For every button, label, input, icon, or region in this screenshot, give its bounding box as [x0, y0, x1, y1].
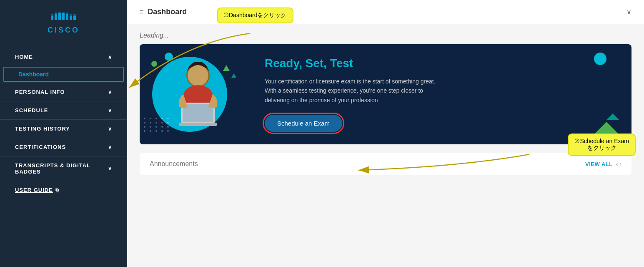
svg-rect-7 — [66, 13, 68, 14]
nav-section-certifications: CERTIFICATIONS ∨ — [0, 138, 127, 156]
nav-header-certifications[interactable]: CERTIFICATIONS ∨ — [0, 138, 127, 156]
hero-image-area — [140, 48, 256, 140]
hero-description: Your certification or licensure exam is … — [265, 77, 440, 105]
nav-header-home[interactable]: HOME ∧ — [0, 48, 127, 66]
next-arrow-icon[interactable]: › — [619, 161, 621, 167]
nav-section-testing-history: TESTING HISTORY ∨ — [0, 120, 127, 138]
leading-text: Leading... — [140, 24, 631, 44]
svg-rect-11 — [73, 14, 76, 16]
nav-section-personal-info: PERSONAL INFO ∨ — [0, 83, 127, 101]
nav-label-schedule: SCHEDULE — [15, 107, 48, 113]
view-all-link[interactable]: VIEW ALL — [585, 161, 613, 167]
hero-banner: Ready, Set, Test Your certification or l… — [140, 44, 631, 144]
hero-title: Ready, Set, Test — [265, 57, 619, 70]
cisco-logo-text: CISCO — [48, 26, 80, 35]
nav-header-transcripts[interactable]: TRANSCRIPTS & DIGITAL BADGES ∨ — [0, 156, 127, 181]
svg-rect-2 — [55, 14, 57, 20]
nav-section-transcripts: TRANSCRIPTS & DIGITAL BADGES ∨ — [0, 156, 127, 181]
annotation-tooltip-2: ②Schedule an Examをクリック — [568, 134, 636, 156]
content-area: Leading... — [127, 24, 644, 267]
svg-rect-6 — [66, 14, 68, 20]
nav-label-certifications: CERTIFICATIONS — [15, 144, 66, 150]
chevron-personal-info-icon: ∨ — [108, 89, 112, 95]
announcements-section: Announcements VIEW ALL ‹ › — [140, 153, 631, 175]
nav-arrows: ‹ › — [616, 161, 621, 167]
svg-rect-0 — [51, 16, 53, 20]
svg-rect-15 — [179, 123, 217, 126]
nav-label-testing-history: TESTING HISTORY — [15, 126, 70, 132]
hero-content: Ready, Set, Test Your certification or l… — [256, 44, 631, 144]
hamburger-icon[interactable]: ≡ — [140, 8, 143, 16]
nav-header-testing-history[interactable]: TESTING HISTORY ∨ — [0, 120, 127, 138]
sidebar-item-dashboard[interactable]: Dashboard — [3, 67, 124, 82]
svg-point-13 — [188, 65, 208, 86]
announcements-right: VIEW ALL ‹ › — [585, 161, 621, 167]
logo-area: CISCO — [0, 0, 127, 44]
cisco-logo: CISCO — [48, 12, 80, 35]
chevron-testing-history-icon: ∨ — [108, 126, 112, 132]
nav-label-transcripts: TRANSCRIPTS & DIGITAL BADGES — [15, 162, 108, 175]
header-left: ≡ Dashboard — [140, 8, 187, 16]
nav-header-personal-info[interactable]: PERSONAL INFO ∨ — [0, 83, 127, 101]
svg-rect-8 — [70, 16, 72, 20]
header-right: ∨ — [626, 8, 631, 16]
svg-rect-1 — [51, 14, 53, 16]
page-title: Dashboard — [148, 8, 187, 16]
sidebar-navigation: HOME ∧ Dashboard PERSONAL INFO ∨ SCHEDUL… — [0, 44, 127, 267]
dashboard-label: Dashboard — [18, 71, 49, 78]
chevron-transcripts-icon: ∨ — [108, 166, 112, 171]
prev-arrow-icon[interactable]: ‹ — [616, 161, 618, 167]
announcements-title: Announcements — [150, 160, 198, 168]
cisco-icon — [51, 12, 76, 24]
user-guide-link[interactable]: USER GUIDE ⧉ — [0, 181, 127, 199]
chevron-home-icon: ∧ — [108, 54, 112, 60]
chevron-certifications-icon: ∨ — [108, 144, 112, 150]
nav-section-home: HOME ∧ Dashboard — [0, 48, 127, 83]
svg-rect-4 — [58, 13, 61, 20]
user-guide-label: USER GUIDE — [15, 187, 53, 193]
annotation-text-1: ①Dashboardをクリック — [223, 12, 287, 18]
svg-rect-3 — [55, 13, 57, 14]
main-content: ≡ Dashboard ∨ Leading... — [127, 0, 644, 267]
annotation-text-2: ②Schedule an Examをクリック — [574, 138, 629, 151]
sidebar: CISCO HOME ∧ Dashboard PERSONAL INFO ∨ — [0, 0, 127, 267]
annotation-tooltip-1: ①Dashboardをクリック — [217, 8, 293, 23]
header-chevron-icon: ∨ — [626, 8, 631, 15]
nav-section-schedule: SCHEDULE ∨ — [0, 101, 127, 120]
top-header: ≡ Dashboard ∨ — [127, 0, 644, 24]
svg-rect-5 — [62, 13, 65, 20]
schedule-exam-button[interactable]: Schedule an Exam — [265, 115, 342, 132]
external-link-icon: ⧉ — [55, 187, 59, 193]
nav-label-personal-info: PERSONAL INFO — [15, 89, 65, 95]
nav-label-home: HOME — [15, 54, 33, 60]
svg-rect-9 — [70, 14, 72, 16]
chevron-schedule-icon: ∨ — [108, 108, 112, 113]
nav-header-schedule[interactable]: SCHEDULE ∨ — [0, 101, 127, 119]
person-illustration — [156, 53, 240, 136]
svg-rect-10 — [73, 16, 76, 20]
